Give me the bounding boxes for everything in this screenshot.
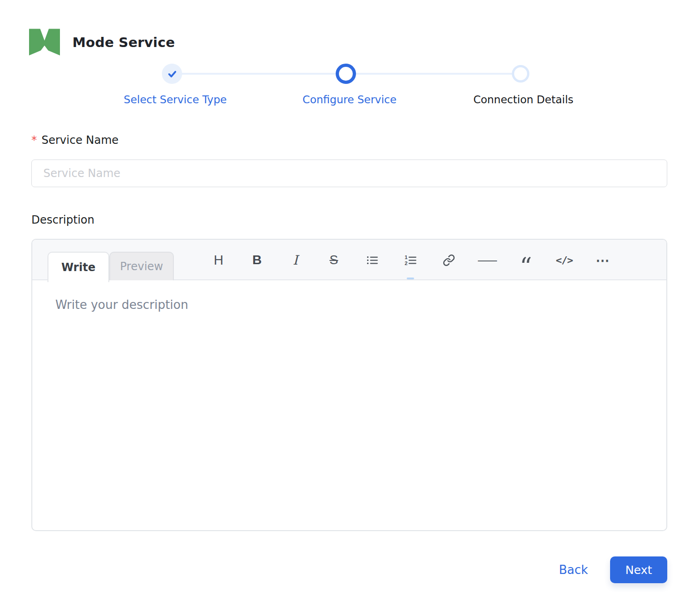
editor-content [32,280,666,531]
heading-icon: H [214,253,224,268]
step-circle-upcoming[interactable] [512,65,529,83]
italic-icon: I [293,253,298,268]
description-textarea[interactable] [32,280,666,531]
check-icon [167,69,178,79]
footer-actions: Back Next [559,556,667,583]
more-icon: ⋯ [596,252,610,268]
code-button[interactable]: </> [555,250,574,270]
wizard-page: Mode Service Select Service Type Configu… [0,0,700,615]
italic-button[interactable]: I [286,250,305,270]
ordered-list-button[interactable]: 12 [401,250,420,270]
horizontal-rule-icon: — [478,253,497,267]
header: Mode Service [29,28,175,57]
service-name-label: *Service Name [31,134,119,147]
description-label: Description [31,213,95,226]
svg-text:2: 2 [405,260,408,266]
ordered-list-active-indicator [407,278,414,279]
quote-button[interactable]: “ [516,250,535,270]
svg-text:1: 1 [405,254,408,260]
service-name-input[interactable] [31,160,667,187]
bold-icon: B [252,253,261,267]
editor-toolbar-icons: HBIS12—“</>⋯ [209,240,612,280]
editor-tabs: Write Preview [47,252,174,282]
service-name-label-text: Service Name [42,134,119,147]
stepper-connector-1 [181,73,337,75]
link-button[interactable] [440,250,458,270]
strikethrough-button[interactable]: S [325,250,343,270]
back-button[interactable]: Back [559,563,588,577]
mode-logo-icon [29,28,60,57]
editor-toolbar: Write Preview HBIS12—“</>⋯ [32,240,666,280]
step-circle-completed[interactable] [162,64,182,84]
unordered-list-icon [366,254,379,266]
unordered-list-button[interactable] [363,250,381,270]
description-editor: Write Preview HBIS12—“</>⋯ [31,239,667,531]
link-icon [443,254,455,266]
more-button[interactable]: ⋯ [593,250,612,270]
heading-button[interactable]: H [209,250,228,270]
tab-write[interactable]: Write [47,252,109,282]
next-button[interactable]: Next [610,556,667,583]
bold-button[interactable]: B [248,250,266,270]
step-label-configure-service[interactable]: Configure Service [303,94,397,106]
required-asterisk: * [31,134,37,147]
step-circle-active[interactable] [336,64,356,84]
tab-preview[interactable]: Preview [109,252,174,280]
page-title: Mode Service [72,35,175,50]
stepper-connector-2 [355,73,513,75]
step-label-connection-details[interactable]: Connection Details [473,94,573,106]
step-label-select-service-type[interactable]: Select Service Type [124,94,226,106]
code-icon: </> [556,254,573,266]
strikethrough-icon: S [330,253,338,267]
ordered-list-icon: 12 [404,254,417,266]
horizontal-rule-button[interactable]: — [478,250,497,270]
